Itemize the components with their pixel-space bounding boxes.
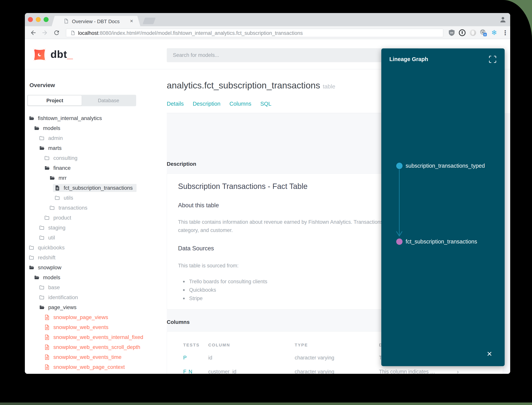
ublock-extension-icon[interactable]: uo: [448, 29, 455, 37]
tree-item-models[interactable]: models: [25, 273, 167, 283]
tree-item-label: identification: [48, 294, 78, 301]
sidebar-overview-link[interactable]: Overview: [29, 82, 55, 88]
dbt-logo[interactable]: [33, 48, 46, 60]
close-window-button[interactable]: [28, 17, 33, 22]
page-security-icon[interactable]: [70, 30, 75, 35]
tab-columns[interactable]: Columns: [230, 101, 251, 107]
extension-circle-icon[interactable]: [469, 29, 477, 37]
tree-item-fct_subscription_transactions[interactable]: fct_subscription_transactions: [25, 183, 167, 193]
cell-tests: P: [183, 355, 187, 361]
tree-item-consulting[interactable]: consulting: [25, 153, 167, 163]
url-path: :8080/index.html#!/model/model.fishtown_…: [99, 30, 303, 36]
zoom-window-button[interactable]: [44, 17, 49, 22]
tree-item-page_views[interactable]: page_views: [25, 302, 167, 312]
back-icon[interactable]: [30, 29, 37, 36]
tree-item-redshift[interactable]: redshift: [25, 253, 167, 263]
tree-item-snowplow_page_views[interactable]: snowplow_page_views: [25, 312, 167, 322]
tree-item-admin[interactable]: admin: [25, 133, 167, 143]
page-title: analytics.fct_subscription_transactionst…: [167, 80, 335, 91]
reload-icon[interactable]: [53, 29, 60, 36]
lineage-node-subscription-transactions-typed[interactable]: subscription_transactions_typed: [396, 163, 485, 169]
folder-icon: [49, 175, 55, 181]
description-section-heading: Description: [167, 161, 196, 167]
tree-item-label: snowplow_web_events_time: [53, 354, 121, 360]
tree-item-staging[interactable]: staging: [25, 223, 167, 233]
row-expand-chevron-icon[interactable]: ›: [457, 368, 459, 374]
tree-item-label: base: [48, 284, 60, 290]
tree-item-snowplow[interactable]: snowplow: [25, 263, 167, 273]
new-tab-button[interactable]: [143, 18, 156, 24]
sources-list: Trello boards for consulting clientsQuic…: [183, 277, 267, 303]
app-title: dbt_: [51, 48, 73, 60]
tree-item-label: redshift: [38, 255, 55, 261]
browser-window: Overview - DBT Docs × localhost:8080/ind…: [25, 13, 510, 374]
tree-item-snowplow_web_page_context[interactable]: snowplow_web_page_context: [25, 362, 167, 372]
tree-item-label: fishtown_internal_analytics: [38, 115, 102, 121]
lineage-node-fct-subscription-transactions[interactable]: fct_subscription_transactions: [396, 238, 477, 245]
browser-tab[interactable]: Overview - DBT Docs ×: [52, 16, 140, 26]
tab-description[interactable]: Description: [193, 101, 221, 107]
tab-details[interactable]: Details: [167, 101, 184, 107]
tree-item-snowplow_web_events[interactable]: snowplow_web_events: [25, 322, 167, 332]
forward-icon[interactable]: [41, 29, 48, 36]
lineage-graph-panel: Lineage Graph subscription_transactions_…: [381, 48, 505, 366]
tree-item-models[interactable]: models: [25, 123, 167, 133]
tree-item-snowplow_web_events_scroll_depth[interactable]: snowplow_web_events_scroll_depth: [25, 342, 167, 352]
tree-item-utils[interactable]: utils: [25, 193, 167, 203]
tree-item-label: snowplow_web_events_scroll_depth: [53, 344, 140, 350]
tree-item-label: util: [48, 235, 55, 241]
tree-item-snowplow_web_events_time[interactable]: snowplow_web_events_time: [25, 352, 167, 362]
tree-item-label: marts: [48, 145, 62, 151]
tree-item-label: snowplow_page_views: [53, 314, 108, 320]
url-bar[interactable]: localhost:8080/index.html#!/model/model.…: [66, 29, 443, 37]
folder-icon: [29, 115, 34, 121]
tree-item-label: snowplow: [38, 264, 61, 271]
source-list-item: Stripe: [183, 294, 267, 303]
tree-item-product[interactable]: product: [25, 213, 167, 223]
tree-item-finance[interactable]: finance: [25, 163, 167, 173]
power-extension-icon[interactable]: x: [479, 29, 488, 37]
tree-item-transactions[interactable]: transactions: [25, 203, 167, 213]
tree-item-label: models: [43, 275, 60, 281]
tree-item-label: consulting: [53, 155, 78, 161]
toggle-database[interactable]: Database: [82, 95, 135, 105]
tab-sql[interactable]: SQL: [260, 101, 271, 107]
file-icon: [44, 314, 50, 320]
folder-icon: [39, 225, 45, 231]
tree-item-quickbooks[interactable]: quickbooks: [25, 243, 167, 253]
folder-icon: [44, 155, 50, 161]
tab-close-icon[interactable]: ×: [130, 18, 133, 24]
cell-type: character varying: [295, 369, 334, 374]
tree-item-util[interactable]: util: [25, 233, 167, 243]
browser-profile-avatar[interactable]: [499, 16, 507, 23]
tree-item-snowplow_web_events_internal_fixed[interactable]: snowplow_web_events_internal_fixed: [25, 332, 167, 342]
tree-item-marts[interactable]: marts: [25, 143, 167, 153]
folder-icon: [49, 205, 55, 211]
onepassword-extension-icon[interactable]: [458, 29, 466, 37]
snowflake-extension-icon[interactable]: ❄: [490, 29, 498, 37]
fullscreen-icon[interactable]: [489, 55, 497, 63]
minimize-window-button[interactable]: [36, 17, 41, 22]
card-title: Subscription Transactions - Fact Table: [178, 182, 308, 191]
file-icon: [44, 364, 50, 370]
folder-icon: [39, 235, 45, 241]
lineage-edge-arrow: [395, 169, 404, 240]
tree-item-label: snowplow_web_page_context: [53, 364, 125, 370]
tree-item-fishtown_internal_analytics[interactable]: fishtown_internal_analytics: [25, 113, 167, 123]
header-column: COLUMN: [208, 343, 230, 348]
tree-item-base[interactable]: base: [25, 283, 167, 292]
folder-icon: [39, 285, 45, 290]
cell-tests: F N: [183, 369, 193, 374]
folder-icon: [39, 145, 45, 151]
folder-icon: [54, 195, 60, 201]
tree-item-label: quickbooks: [38, 245, 65, 251]
browser-menu-icon[interactable]: ⋮: [501, 29, 509, 37]
search-input[interactable]: [167, 48, 419, 62]
lineage-close-icon[interactable]: ×: [487, 349, 492, 358]
columns-section-heading: Columns: [167, 319, 190, 325]
toggle-project[interactable]: Project: [28, 95, 82, 105]
sidebar: Overview Project Database fishtown_inter…: [25, 69, 167, 374]
tree-item-mrr[interactable]: mrr: [25, 173, 167, 183]
lineage-title: Lineage Graph: [389, 56, 428, 62]
tree-item-identification[interactable]: identification: [25, 292, 167, 302]
